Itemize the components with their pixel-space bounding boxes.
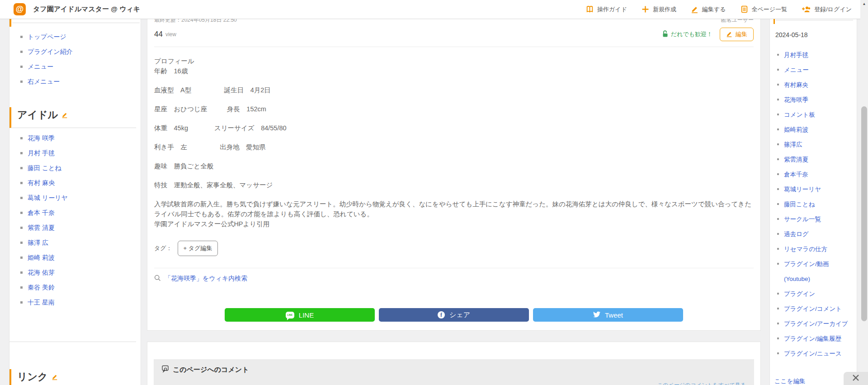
recent-page-link[interactable]: 葛城リーリヤ [784,182,821,197]
bullet-icon [777,308,779,309]
tag-edit-button[interactable]: + タグ編集 [178,241,218,256]
profile-text: プロフィール 年齢 16歳血液型 A型 誕生日 4月2日星座 おひつじ座 身長 … [154,56,754,229]
scrollbar-up-arrow[interactable]: ▲ [860,0,868,8]
idol-link[interactable]: 篠澤 広 [28,235,48,250]
view-all-comments-link[interactable]: このページのコメントをすべて見る [657,382,746,385]
idol-link[interactable]: 花海 佑芽 [28,265,55,280]
share-buttons: LINE LINE f シェア Tweet [154,308,754,322]
recent-page-item: 月村手毬 [777,48,854,62]
recent-page-link[interactable]: 倉本千奈 [784,167,808,182]
twitter-share-label: Tweet [605,311,623,319]
bullet-icon [777,203,779,205]
recent-page-link[interactable]: 有村麻央 [784,77,808,92]
idol-link[interactable]: 月村 手毬 [28,146,55,161]
recent-page-link[interactable]: コメント板 [784,107,815,122]
sidebar-link[interactable]: メニュー [28,59,53,74]
nav-guide-button[interactable]: 操作ガイド [586,5,627,14]
recent-page-item: 葛城リーリヤ [777,182,854,197]
sidebar-list-item: 花海 咲季 [20,131,137,146]
facebook-share-button[interactable]: f シェア [379,308,529,322]
sidebar-link[interactable]: 右メニュー [28,74,60,89]
idol-section-title: アイドル [17,108,58,122]
profile-paragraph: 趣味 勝負ごと全般 [154,161,754,171]
recent-pages-list: 月村手毬 メニュー 有村麻央 花海咲季 [774,48,854,361]
idol-link[interactable]: 藤田 ことね [28,161,61,176]
recent-page-link[interactable]: 過去ログ [784,227,809,242]
edit-pencil-icon[interactable] [61,109,68,121]
bullet-icon [20,197,23,199]
idol-link[interactable]: 紫雲 清夏 [28,220,55,235]
recent-page-link[interactable]: メニュー [784,62,809,77]
sidebar-list-item: プラグイン紹介 [20,44,137,59]
nav-login-button[interactable]: 登録/ログイン [802,5,852,14]
nav-create-label: 新規作成 [653,5,676,14]
recent-page-item: 倉本千奈 [777,167,854,182]
edit-here-link[interactable]: ここを編集 [774,378,805,385]
idol-link[interactable]: 秦谷 美鈴 [28,280,55,295]
profile-paragraph: 特技 運動全般、家事全般、マッサージ [154,180,754,190]
bullet-icon [777,143,779,145]
recent-page-link[interactable]: 藤田ことね [784,197,815,212]
bullet-icon [20,51,23,53]
recent-page-link[interactable]: プラグイン/アーカイブ [784,316,848,331]
idol-link[interactable]: 葛城 リーリヤ [28,190,68,205]
edit-pencil-icon[interactable] [52,371,58,383]
divider [154,268,754,268]
recent-page-item: コメント板 [777,107,854,122]
bullet-icon [20,66,23,68]
view-label: view [165,31,176,38]
recent-page-item: 藤田ことね [777,197,854,212]
recent-page-item: サークル一覧 [777,212,854,227]
idol-link[interactable]: 有村 麻央 [28,176,55,190]
recent-page-link[interactable]: プラグイン [784,286,815,301]
nav-pagelist-button[interactable]: 全ページ一覧 [741,5,788,14]
article-panel: 最終更新：2024年05月18日 22:50 匿名ユーザー 44 view だれ… [147,14,761,331]
recent-page-link[interactable]: 月村手毬 [784,48,808,62]
nav-edit-button[interactable]: 編集する [691,5,726,14]
recent-page-item: メニュー [777,62,854,77]
sidebar-link[interactable]: トップページ [28,29,66,44]
line-share-button[interactable]: LINE LINE [225,308,375,322]
scrollbar-thumb[interactable] [861,106,867,321]
recent-page-link[interactable]: サークル一覧 [784,212,821,227]
idol-link[interactable]: 十王 星南 [28,295,55,310]
guide-book-icon [586,5,594,13]
recent-page-link[interactable]: プラグイン/ニュース [784,346,842,361]
idol-link[interactable]: 姫崎 莉波 [28,250,55,265]
nav-create-button[interactable]: 新規作成 [642,5,676,14]
recent-page-item: 紫雲清夏 [777,152,854,167]
close-sidebar-button[interactable] [844,372,868,385]
right-sidebar: 2024-05-18 月村手毬 メニュー 有村麻央 [769,14,857,385]
recent-page-item: プラグイン [777,286,854,301]
vertical-scrollbar[interactable]: ▲ [860,0,868,385]
facebook-share-label: シェア [449,311,470,319]
recent-page-link[interactable]: プラグイン/動画 (Youtube) [784,257,829,286]
twitter-share-button[interactable]: Tweet [533,308,683,322]
recent-page-link[interactable]: 紫雲清夏 [784,152,808,167]
bullet-icon [777,323,779,324]
wiki-search-link[interactable]: 「花海咲季」をウィキ内検索 [165,275,247,283]
idol-link[interactable]: 倉本 千奈 [28,205,55,220]
bullet-icon [777,84,779,86]
bullet-icon [20,212,23,214]
recent-page-link[interactable]: 篠澤広 [784,137,802,152]
sidebar-list-item: 右メニュー [20,74,137,89]
sidebar-list-item: 藤田 ことね [20,161,137,176]
recent-page-link[interactable]: プラグイン/コメント [784,301,842,316]
recent-page-link[interactable]: リセマラの仕方 [784,242,827,257]
welcome-label: だれでも歓迎！ [671,30,712,38]
edit-page-button[interactable]: 編集 [720,28,754,41]
sidebar-list-item: 有村 麻央 [20,176,137,190]
idol-link[interactable]: 花海 咲季 [28,131,55,146]
atwiki-logo-icon[interactable]: @ [14,3,26,15]
recent-page-item: プラグイン/動画 (Youtube) [777,257,854,286]
site-title[interactable]: タフ園アイドルマスター @ ウィキ [33,5,140,14]
recent-page-item: プラグイン/アーカイブ [777,316,854,331]
recent-page-item: プラグイン/ニュース [777,346,854,361]
recent-page-link[interactable]: プラグイン/編集履歴 [784,331,841,346]
recent-page-link[interactable]: 花海咲季 [784,92,808,107]
profile-paragraph: 星座 おひつじ座 身長 152cm [154,104,754,114]
recent-page-item: リセマラの仕方 [777,242,854,257]
recent-page-link[interactable]: 姫崎莉波 [784,122,808,137]
sidebar-link[interactable]: プラグイン紹介 [28,44,73,59]
